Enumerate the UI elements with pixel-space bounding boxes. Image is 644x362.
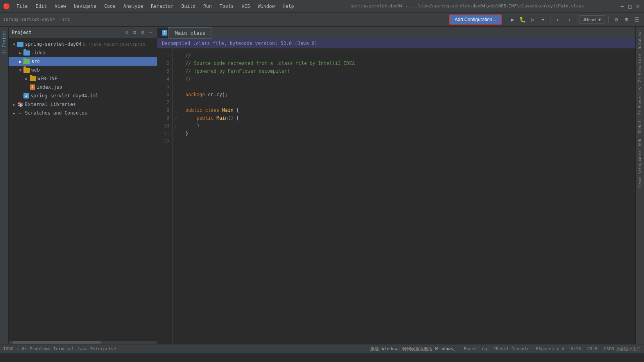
tab-jrebel-setup[interactable]: JRebel Setup Guide [637,148,643,191]
menu-view[interactable]: View [51,2,70,11]
status-right: 激活 Windows 转到设置以激活 Windows。 Event Log JR… [370,346,641,352]
status-terminal[interactable]: Terminal [54,346,74,351]
menu-window[interactable]: Window [254,2,278,11]
tree-label-root: spring-servlet-day04 [25,41,82,47]
bookmark-button[interactable]: ☰ [632,15,641,24]
decompiled-notice-text: Decompiled .class file, bytecode version… [162,41,317,46]
status-csdn: CSDN @编程小太白 [604,346,641,352]
menu-build[interactable]: Build [178,2,199,11]
toolbar-separator-1 [505,16,505,23]
tree-item-extlibs[interactable]: ▶ 📚 External Libraries [9,100,157,109]
jsp-file-icon: J [30,84,35,90]
project-header: Project ⊕ ≡ ⚙ − [9,27,157,38]
tree-item-web[interactable]: ▼ web [9,66,157,74]
tree-label-iml: spring-servlet-day04.iml [30,93,98,99]
tree-item-idea[interactable]: ▶ .idea [9,48,157,57]
menu-tools[interactable]: Tools [216,2,238,11]
status-bar: TODO ⚠ 6: Problems Terminal Java Enterpr… [0,344,644,353]
tree-label-indexjsp: index.jsp [37,84,62,90]
status-problems[interactable]: ⚠ 6: Problems [17,346,50,351]
project-scrollbar[interactable] [9,341,157,344]
project-settings-icon[interactable]: ⚙ [140,29,146,36]
left-sidebar-tabs: 1: Project [0,27,9,344]
status-event-log[interactable]: Event Log [464,346,487,351]
tab-structure[interactable]: Z: Structure [637,52,643,84]
settings-button[interactable]: ⚙ [612,15,621,24]
tree-label-idea: .idea [31,50,45,56]
tree-item-indexjsp[interactable]: ▶ J index.jsp [9,83,157,91]
gutter-12 [174,138,178,145]
tree-chevron-scratches: ▶ [12,111,16,115]
tree-item-root[interactable]: ▼ spring-servlet-day04 D:\java-maven\jav… [9,40,157,48]
close-button[interactable]: × [635,3,641,9]
code-content[interactable]: // // Source code recreated from a .clas… [179,48,635,344]
jrebel-button[interactable]: JRebel ▼ [579,15,605,24]
menu-code[interactable]: Code [100,2,120,11]
breadcrumb-sep-1: › [58,17,61,22]
project-panel: Project ⊕ ≡ ⚙ − ▼ spring-servlet-day04 D… [9,27,157,344]
build-project-button[interactable]: ⊞ [622,15,631,24]
tree-label-src: src [31,59,40,64]
tab-web[interactable]: Web [637,136,643,148]
status-fspaces[interactable]: FSpaces ∧ ∨ [536,346,564,351]
main-class-popup: Main class [168,27,212,39]
maximize-button[interactable]: □ [627,3,633,9]
project-tree: ▼ spring-servlet-day04 D:\java-maven\jav… [9,38,157,341]
forward-button[interactable]: → [564,15,573,24]
tab-jrebel[interactable]: JRebel [637,118,643,136]
menu-help[interactable]: Help [279,2,298,11]
project-name-label: spring-servlet-day04 [3,17,55,22]
status-todo[interactable]: TODO [3,346,14,351]
tree-item-scratches[interactable]: ▶ ✏ Scratches and Consoles [9,109,157,117]
add-configuration-button[interactable]: Add Configuration... [449,14,502,25]
src-folder-icon [23,59,30,64]
editor-tabs: C Main.class × [157,27,635,38]
gutter-5 [174,83,178,91]
status-java-enterprise[interactable]: Java Enterprise [77,346,116,351]
tree-item-iml[interactable]: ▶ ◆ spring-servlet-day04.iml [9,91,157,100]
debug-button[interactable]: 🐛 [518,15,527,24]
iml-file-icon: ◆ [23,93,29,99]
back-button[interactable]: ← [554,15,563,24]
code-editor[interactable]: 1 2 3 4 5 6 7 8 9 10 11 12 [157,48,635,344]
menu-bar: File Edit View Navigate Code Analyze Ref… [13,2,316,11]
tree-item-src[interactable]: ▶ src [9,57,157,66]
run-dropdown[interactable]: ▾ [539,15,547,24]
toolbar-separator-2 [551,16,551,23]
tree-chevron-web: ▼ [18,68,23,72]
decompiled-notice: Decompiled .class file, bytecode version… [157,38,635,48]
minimize-button[interactable]: − [619,3,625,9]
tree-chevron-webinf: ▶ [24,76,29,81]
project-minimize-icon[interactable]: − [147,29,154,36]
menu-edit[interactable]: Edit [32,2,51,11]
run-with-coverage-button[interactable]: ▷ [529,15,537,24]
toolbar-separator-4 [608,16,609,23]
toolbar: spring-servlet-day04 › src Add Configura… [0,13,644,27]
tab-database[interactable]: Database [637,28,643,52]
menu-run[interactable]: Run [199,2,216,11]
tree-chevron-idea: ▶ [18,50,23,55]
gutter-3 [174,67,178,75]
menu-refactor[interactable]: Refactor [147,2,178,11]
tree-item-webinf[interactable]: ▶ WEB-INF [9,74,157,83]
menu-vcs[interactable]: VCS [238,2,254,11]
editor-area: C Main.class × Decompiled .class file, b… [157,27,635,344]
menu-navigate[interactable]: Navigate [70,2,100,11]
project-scrollbar-thumb [13,341,101,344]
project-locate-icon[interactable]: ⊕ [124,29,130,36]
project-tab[interactable]: 1: Project [1,28,7,56]
project-collapse-icon[interactable]: ≡ [132,29,138,36]
tab-favorites[interactable]: 2: Favorites [637,84,643,117]
breadcrumb-src: src [62,17,70,22]
project-panel-title: Project [12,30,32,35]
status-encoding: CRLF [587,346,598,351]
idea-folder-icon [23,50,30,56]
status-jrebel-console[interactable]: JRebel Console [493,346,530,351]
gutter-9: ◁ [174,114,178,122]
menu-file[interactable]: File [13,2,32,11]
toolbar-separator-3 [576,16,576,23]
run-button[interactable]: ▶ [508,15,517,24]
tree-label-webinf: WEB-INF [38,76,57,81]
menu-analyze[interactable]: Analyze [119,2,147,11]
title-bar: 🔴 File Edit View Navigate Code Analyze R… [0,0,644,13]
